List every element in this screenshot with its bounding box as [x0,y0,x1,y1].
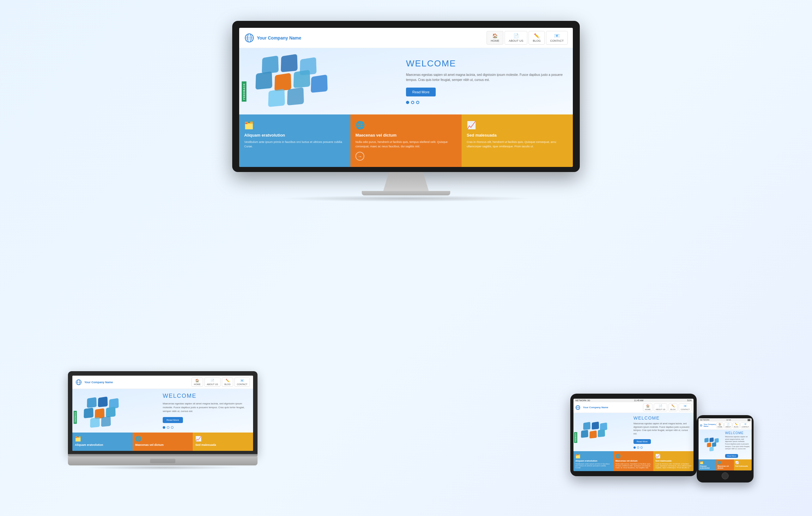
laptop-trackpad[interactable] [150,459,175,463]
dot-2[interactable] [411,101,414,104]
laptop-feature3-title: Sed malesuada [195,443,251,446]
feature2-title: Maecenas vel dictum [355,133,457,138]
tablet-feature2-icon: 🌐 [615,454,652,458]
tablet-nav: 🏠 HOME 📄 ABOUT US ✏️ BLOG 📧 [643,403,692,411]
laptop-nav-about[interactable]: 📄 ABOUT US [204,378,221,387]
phone-screen: NETWORK 12:32 ▓▓ Your Company Name [699,418,752,470]
nav-home[interactable]: 🏠 HOME [487,31,503,45]
tablet-feature1-icon: 🗂️ [575,454,612,458]
desktop-screen: Your Company Name 🏠 HOME 📄 ABOUT US [239,28,573,167]
tablet-nav-blog[interactable]: ✏️ BLOG [669,403,678,411]
nav-about[interactable]: 📄 ABOUT US [504,31,527,45]
desktop-bezel: Your Company Name 🏠 HOME 📄 ABOUT US [232,21,580,172]
laptop-feature-2: 🌐 Maecenas vel dictum [133,433,193,451]
feature1-icon: 🗂️ [244,121,345,130]
tablet-dot-3[interactable] [640,446,643,449]
phone-site-header: Your Company Name 🏠 HOME 📄 ABOUT ✏️ [699,422,752,430]
phone-home-button[interactable] [722,472,729,479]
laptop-feature3-icon: 📈 [195,436,251,442]
laptop-home-icon: 🏠 [195,379,199,382]
tablet-bezel: NETWORK 3G 11:45 AM 51% Your Company Nam… [570,393,697,476]
phone-nav-about[interactable]: 📄 ABOUT [724,423,732,428]
phone-home-icon: 🏠 [719,423,721,426]
laptop-base [68,457,258,465]
feature2-arrow[interactable]: → [355,152,364,161]
feedback-tab[interactable]: FEEDBACK [242,81,246,102]
tablet-feature2-title: Maecenas vel dictum [615,460,652,462]
tablet-logo-text: Your Company Name [583,406,608,409]
phone-feature3-icon: 📈 [735,461,750,464]
laptop-nav-contact[interactable]: 📧 CONTACT [234,378,250,387]
tablet-feature-3: 📈 Sed malesuada Cras in rhoncus elit, he… [654,451,694,471]
laptop-shadow [84,465,242,470]
phone-read-more[interactable]: Read More [725,454,738,458]
phone-hero-body: Maecenas egestas sapien sit amet magna l… [725,436,750,450]
phone-logo-icon [700,424,702,427]
desktop-hero: FEEDBACK [239,48,573,114]
tablet-feedback-tab[interactable]: FEEDBACK [574,432,577,443]
desktop-features: 🗂️ Aliquam eratvolution Vestibulum ante … [239,114,573,167]
tablet-read-more[interactable]: Read More [634,439,651,444]
tablet-dot-2[interactable] [637,446,639,449]
laptop-nav-blog[interactable]: ✏️ BLOG [222,378,233,387]
tablet-hero-image: FEEDBACK [574,418,631,446]
tablet-feature3-text: Cras in rhoncus elit, hendrerit ut facil… [655,463,692,468]
laptop-nav-home[interactable]: 🏠 HOME [192,378,203,387]
laptop-dot-1[interactable] [163,426,165,429]
phone-feature1-title: Aliquam eratvolution [700,465,715,469]
phone-nav-home[interactable]: 🏠 HOME [716,423,724,428]
tablet-feature3-icon: 📈 [655,454,692,458]
tablet-site-header: Your Company Name 🏠 HOME 📄 ABOUT US [574,402,694,413]
phone-tiles [702,437,720,452]
tablet-nav-contact[interactable]: 📧 CONTACT [679,403,692,411]
phone-hero: WELCOME Maecenas egestas sapien sit amet… [699,430,752,459]
read-more-button[interactable]: Read More [406,88,436,97]
dot-1[interactable] [406,101,409,104]
desktop-device: Your Company Name 🏠 HOME 📄 ABOUT US [232,21,580,202]
laptop-feature1-title: Aliquam eratvolution [75,443,130,446]
tablet-feature-1: 🗂️ Aliquam eratvolution Vestibulum ante … [574,451,614,471]
tablet-contact-icon: 📧 [684,404,687,408]
tablet-nav-about[interactable]: 📄 ABOUT US [654,403,667,411]
dot-3[interactable] [416,101,419,104]
phone-nav-contact[interactable]: 📧 CONTACT [740,423,750,428]
laptop-hinge [68,454,258,457]
tablet-hero-text: WELCOME Maecenas egestas sapien sit amet… [631,413,694,451]
laptop-read-more[interactable]: Read More [163,417,183,423]
laptop-hero: FEEDBACK WELCOME [72,389,253,433]
laptop-dot-3[interactable] [171,426,173,429]
tablet-dot-1[interactable] [634,446,636,449]
laptop-feedback-tab[interactable]: FEEDBACK [74,411,77,424]
tablet-feature1-text: Vestibulum ante ipsum primis in faucibus… [575,463,612,468]
desktop-stand [378,172,434,191]
phone-welcome-title: WELCOME [725,431,750,435]
hero-body-text: Maecenas egestas sapien sit amet magna l… [406,73,567,83]
phone-hero-image [699,436,724,453]
phone-feature2-icon: 🌐 [718,461,733,464]
nav-contact[interactable]: 📧 CONTACT [546,31,568,45]
feature-card-1: 🗂️ Aliquam eratvolution Vestibulum ante … [239,114,350,167]
feature2-icon: 🌐 [355,121,457,130]
phone-feature2-title: Maecenas vel dictum [718,465,733,469]
tablet-logo: Your Company Name [575,405,608,410]
feature3-icon: 📈 [467,121,568,130]
laptop-logo: Your Company Name [76,379,113,385]
tablet-feature2-text: Nulla odio purus, hendrerit ut facilisis… [615,463,652,468]
laptop-feature-3: 📈 Sed malesuada [193,433,253,451]
phone-nav-blog[interactable]: ✏️ BLOG [733,423,740,428]
feature1-title: Aliquam eratvolution [244,133,345,138]
laptop-about-icon: 📄 [210,379,214,382]
nav-blog[interactable]: ✏️ BLOG [529,31,545,45]
tablet-dots [634,446,691,449]
phone-status-bar: NETWORK 12:32 ▓▓ [699,418,752,422]
tablet-feature-2: 🌐 Maecenas vel dictum Nulla odio purus, … [614,451,654,471]
laptop-dot-2[interactable] [167,426,169,429]
phone-hero-text: WELCOME Maecenas egestas sapien sit amet… [724,430,752,459]
laptop-welcome-title: WELCOME [163,393,249,399]
tablet-feature1-title: Aliquam eratvolution [575,460,612,462]
phone-nav: 🏠 HOME 📄 ABOUT ✏️ BLOG 📧 [716,423,750,428]
tablet-nav-home[interactable]: 🏠 HOME [643,403,652,411]
feature3-text: Cras in rhoncus elit, hendrerit ut facil… [467,140,568,148]
tablet-home-icon: 🏠 [646,404,649,408]
phone-contact-icon: 📧 [744,423,747,426]
